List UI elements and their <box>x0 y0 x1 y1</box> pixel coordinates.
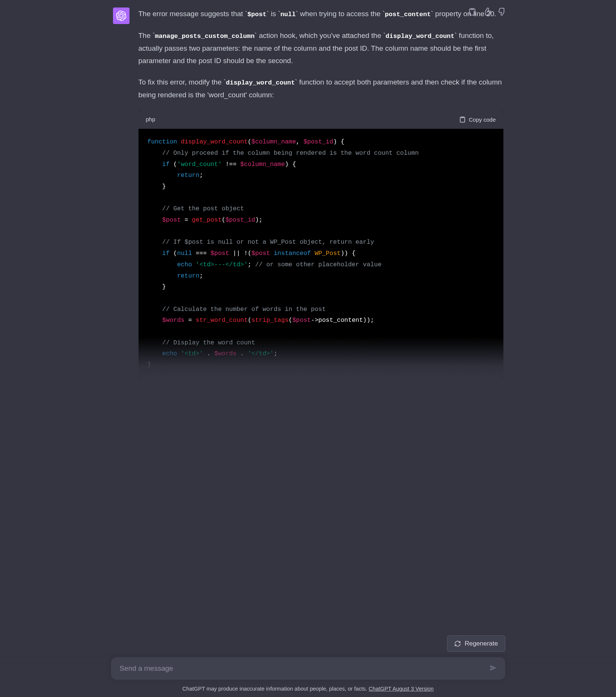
paragraph-2: The `manage_posts_custom_column` action … <box>139 29 503 67</box>
disclaimer-text: ChatGPT may produce inaccurate informati… <box>182 686 369 692</box>
thumbs-down-icon <box>498 8 506 16</box>
copy-code-label: Copy code <box>469 116 496 123</box>
svg-rect-0 <box>461 117 464 118</box>
code-content: function display_word_count($column_name… <box>139 129 503 378</box>
assistant-avatar <box>113 8 130 24</box>
openai-logo-icon <box>116 11 127 21</box>
thumbs-down-button[interactable] <box>497 7 507 18</box>
regenerate-label: Regenerate <box>465 640 498 647</box>
disclaimer: ChatGPT may produce inaccurate informati… <box>111 686 505 692</box>
code-header: php Copy code <box>139 110 503 129</box>
regenerate-button[interactable]: Regenerate <box>447 635 505 652</box>
clipboard-icon <box>459 116 466 123</box>
code-language-label: php <box>146 115 155 124</box>
version-link[interactable]: ChatGPT August 3 Version <box>369 686 434 692</box>
copy-message-button[interactable] <box>467 7 477 18</box>
clipboard-icon <box>468 8 476 16</box>
inline-code: display_word_count <box>386 33 455 40</box>
svg-rect-1 <box>471 9 473 10</box>
inline-code: null <box>280 11 296 18</box>
refresh-icon <box>454 640 461 647</box>
inline-code: post_content <box>385 11 431 18</box>
inline-code: $post <box>247 11 267 18</box>
paragraph-1: The error message suggests that `$post` … <box>139 8 503 20</box>
send-button[interactable] <box>488 662 499 675</box>
message-body: The error message suggests that `$post` … <box>139 8 503 378</box>
inline-code: display_word_count <box>226 79 295 86</box>
message-input-container <box>111 657 505 680</box>
bottom-bar: Regenerate ChatGPT may produce inaccurat… <box>0 650 616 697</box>
feedback-controls <box>467 7 507 18</box>
assistant-message: The error message suggests that `$post` … <box>102 0 515 386</box>
paragraph-3: To fix this error, modify the `display_w… <box>139 76 503 101</box>
thumbs-up-icon <box>483 8 491 16</box>
send-icon <box>489 664 497 672</box>
code-block: php Copy code function display_word_coun… <box>139 110 503 378</box>
inline-code: manage_posts_custom_column <box>155 33 255 40</box>
copy-code-button[interactable]: Copy code <box>459 116 496 123</box>
message-input[interactable] <box>120 664 482 673</box>
thumbs-up-button[interactable] <box>482 7 492 18</box>
